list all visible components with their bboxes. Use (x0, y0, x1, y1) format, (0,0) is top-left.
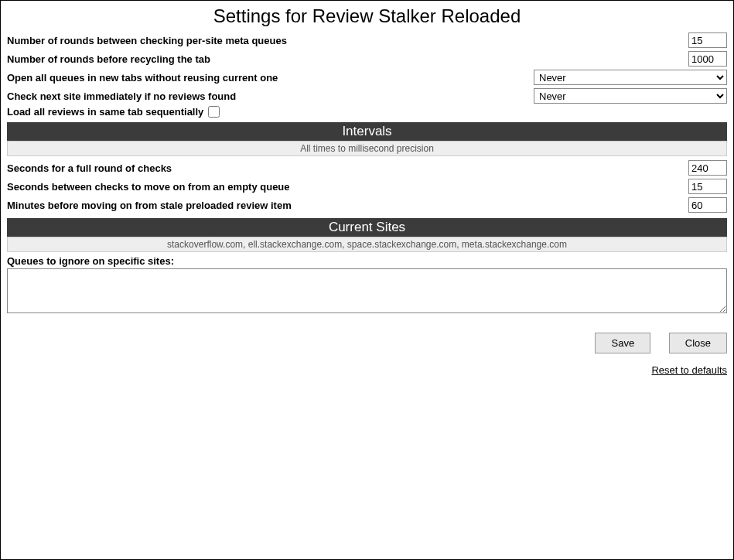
input-full-round[interactable] (688, 160, 727, 176)
label-stale: Minutes before moving on from stale prel… (7, 200, 688, 211)
row-rounds-recycle: Number of rounds before recycling the ta… (7, 50, 727, 67)
label-open-queues: Open all queues in new tabs without reus… (7, 72, 534, 84)
input-rounds-meta[interactable] (688, 32, 727, 48)
row-stale: Minutes before moving on from stale prel… (7, 196, 727, 213)
input-rounds-recycle[interactable] (688, 51, 727, 67)
intervals-header: Intervals (7, 122, 727, 141)
row-open-queues: Open all queues in new tabs without reus… (7, 69, 727, 86)
save-button[interactable]: Save (595, 333, 650, 353)
label-empty-queue: Seconds between checks to move on from a… (7, 181, 688, 193)
sites-header: Current Sites (7, 218, 727, 237)
label-check-next: Check next site immediately if no review… (7, 90, 534, 102)
input-empty-queue[interactable] (688, 179, 727, 194)
row-check-next: Check next site immediately if no review… (7, 87, 727, 104)
textarea-ignore-queues[interactable] (7, 268, 727, 313)
sites-list: stackoverflow.com, ell.stackexchange.com… (7, 237, 727, 252)
label-full-round: Seconds for a full round of checks (7, 162, 688, 174)
label-rounds-recycle: Number of rounds before recycling the ta… (7, 53, 688, 65)
label-rounds-meta: Number of rounds between checking per-si… (7, 35, 688, 46)
checkbox-load-seq[interactable] (208, 106, 220, 118)
select-check-next[interactable]: Never (534, 88, 727, 104)
input-stale[interactable] (688, 197, 727, 213)
label-ignore-queues: Queues to ignore on specific sites: (7, 255, 727, 267)
row-full-round: Seconds for a full round of checks (7, 159, 727, 176)
reset-link[interactable]: Reset to defaults (651, 364, 727, 376)
select-open-queues[interactable]: Never (534, 70, 727, 85)
intervals-sub: All times to millisecond precision (7, 141, 727, 156)
settings-panel: Settings for Review Stalker Reloaded Num… (0, 0, 734, 560)
close-button[interactable]: Close (669, 333, 727, 353)
reset-row: Reset to defaults (7, 364, 727, 376)
row-rounds-meta: Number of rounds between checking per-si… (7, 32, 727, 49)
label-load-seq: Load all reviews in same tab sequentiall… (7, 106, 203, 118)
button-row: Save Close (7, 333, 727, 353)
row-load-seq: Load all reviews in same tab sequentiall… (7, 106, 727, 118)
page-title: Settings for Review Stalker Reloaded (7, 5, 727, 27)
row-empty-queue: Seconds between checks to move on from a… (7, 178, 727, 195)
